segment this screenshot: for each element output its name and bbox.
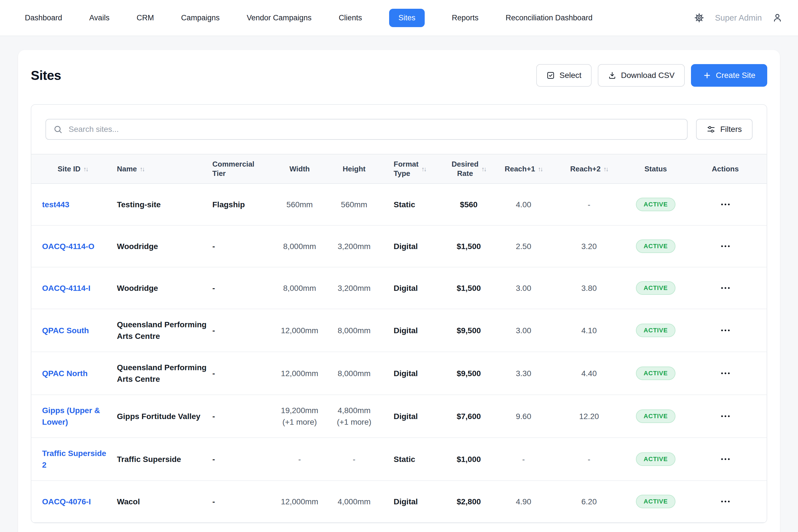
cell-format: Digital — [381, 226, 441, 267]
sort-arrows-icon[interactable]: ↑↓ — [140, 164, 144, 174]
cell-name: Woodridge — [114, 226, 210, 267]
cell-value: Testing-site — [117, 199, 161, 210]
row-actions-button[interactable] — [717, 283, 734, 293]
nav-item-dashboard[interactable]: Dashboard — [25, 14, 62, 22]
row-actions-button[interactable] — [717, 412, 734, 421]
table-header-row: Site ID↑↓Name↑↓Commercial TierWidthHeigh… — [31, 154, 767, 184]
column-header-tier: Commercial Tier — [210, 154, 272, 183]
cell-reach1: - — [496, 438, 551, 480]
cell-value: Digital — [394, 282, 418, 294]
sort-arrows-icon[interactable]: ↑↓ — [421, 164, 426, 174]
check-square-icon — [546, 71, 555, 80]
sort-arrows-icon[interactable]: ↑↓ — [481, 164, 486, 174]
search-input[interactable] — [45, 119, 688, 140]
cell-tier: - — [210, 309, 272, 352]
cell-value: - — [522, 454, 525, 465]
cell-value: 12,000mm — [281, 325, 318, 336]
filters-button[interactable]: Filters — [696, 119, 753, 140]
column-header-label: Reach+1 — [505, 164, 535, 174]
status-badge: ACTIVE — [636, 452, 675, 466]
nav-item-avails[interactable]: Avails — [89, 14, 110, 22]
status-badge: ACTIVE — [636, 410, 675, 423]
sites-panel: Filters Site ID↑↓Name↑↓Commercial TierWi… — [31, 104, 767, 523]
cell-value: Digital — [394, 241, 418, 252]
settings-button[interactable] — [694, 13, 704, 23]
cell-value: Queensland Performing Arts Centre — [117, 362, 207, 385]
table-row: OACQ-4114-IWoodridge-8,000mm3,200mmDigit… — [31, 267, 767, 309]
cell-value: 2.50 — [516, 241, 531, 252]
cell-value: 4,000mm — [338, 496, 371, 508]
column-header-name[interactable]: Name↑↓ — [114, 154, 210, 183]
column-header-height: Height — [327, 154, 381, 183]
cell-tier: - — [210, 352, 272, 395]
sort-arrows-icon[interactable]: ↑↓ — [538, 164, 543, 174]
cell-actions — [684, 226, 767, 267]
cell-reach1: 4.00 — [496, 184, 551, 225]
column-header-reach2[interactable]: Reach+2↑↓ — [551, 154, 627, 183]
site-id-link[interactable]: Traffic Superside 2 — [42, 448, 111, 471]
column-header-reach1[interactable]: Reach+1↑↓ — [496, 154, 551, 183]
user-menu-button[interactable] — [773, 13, 782, 23]
cell-height: 560mm — [327, 184, 381, 225]
site-id-link[interactable]: test443 — [42, 199, 70, 210]
sort-arrows-icon[interactable]: ↑↓ — [83, 164, 88, 174]
nav-item-campaigns[interactable]: Campaigns — [181, 14, 220, 22]
cell-reach1: 3.30 — [496, 352, 551, 395]
create-site-button[interactable]: Create Site — [691, 64, 767, 87]
cell-reach1: 2.50 — [496, 226, 551, 267]
cell-value: - — [588, 199, 590, 210]
column-header-site_id[interactable]: Site ID↑↓ — [31, 154, 114, 183]
site-id-link[interactable]: QPAC South — [42, 325, 89, 336]
column-header-rate[interactable]: Desired Rate↑↓ — [441, 154, 496, 183]
nav-item-vendor-campaigns[interactable]: Vendor Campaigns — [247, 14, 312, 22]
nav-item-reconciliation-dashboard[interactable]: Reconciliation Dashboard — [506, 14, 592, 22]
row-actions-button[interactable] — [717, 368, 734, 378]
cell-name: Traffic Superside — [114, 438, 210, 480]
column-header-format[interactable]: Format Type↑↓ — [381, 154, 441, 183]
download-csv-button[interactable]: Download CSV — [598, 64, 685, 87]
cell-height: 4,000mm — [327, 481, 381, 522]
row-actions-button[interactable] — [717, 454, 734, 464]
column-header-label: Actions — [712, 164, 739, 174]
nav-item-reports[interactable]: Reports — [452, 14, 479, 22]
cell-reach2: - — [551, 184, 627, 225]
select-button[interactable]: Select — [536, 64, 592, 87]
site-id-link[interactable]: Gipps (Upper & Lower) — [42, 405, 111, 428]
nav-items: DashboardAvailsCRMCampaignsVendor Campai… — [25, 9, 694, 27]
row-actions-button[interactable] — [717, 326, 734, 335]
site-id-link[interactable]: OACQ-4114-O — [42, 241, 94, 252]
cell-reach2: 12.20 — [551, 395, 627, 437]
sliders-icon — [707, 125, 715, 134]
cell-status: ACTIVE — [627, 352, 684, 395]
select-button-label: Select — [559, 71, 582, 80]
cell-value: 4.90 — [516, 496, 531, 508]
cell-actions — [684, 352, 767, 395]
cell-value: 3.00 — [516, 325, 531, 336]
nav-item-sites[interactable]: Sites — [389, 9, 425, 27]
cell-site_id: Gipps (Upper & Lower) — [31, 395, 114, 437]
cell-value: - — [588, 454, 590, 465]
row-actions-button[interactable] — [717, 497, 734, 506]
column-header-label: Reach+2 — [570, 164, 601, 174]
row-actions-button[interactable] — [717, 200, 734, 209]
sort-arrows-icon[interactable]: ↑↓ — [604, 164, 608, 174]
column-header-actions: Actions — [684, 154, 767, 183]
cell-name: Gipps Fortitude Valley — [114, 395, 210, 437]
nav-item-clients[interactable]: Clients — [339, 14, 362, 22]
cell-reach2: 3.20 — [551, 226, 627, 267]
cell-value: Digital — [394, 325, 418, 336]
cell-status: ACTIVE — [627, 267, 684, 309]
row-actions-button[interactable] — [717, 242, 734, 251]
site-id-link[interactable]: OACQ-4076-I — [42, 496, 91, 508]
search-box — [45, 119, 688, 140]
cell-height: 8,000mm — [327, 352, 381, 395]
cell-format: Digital — [381, 267, 441, 309]
cell-tier: - — [210, 481, 272, 522]
nav-item-crm[interactable]: CRM — [137, 14, 154, 22]
cell-value: 8,000mm — [283, 241, 316, 252]
site-id-link[interactable]: OACQ-4114-I — [42, 282, 90, 294]
cell-rate: $1,000 — [441, 438, 496, 480]
status-badge: ACTIVE — [636, 324, 675, 337]
site-id-link[interactable]: QPAC North — [42, 368, 88, 379]
cell-format: Static — [381, 438, 441, 480]
